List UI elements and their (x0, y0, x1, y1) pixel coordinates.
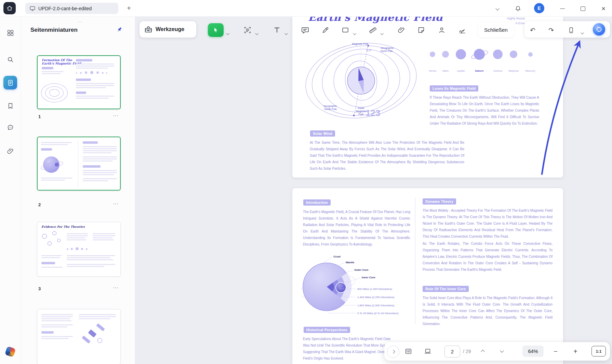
measure-label-4: 5 To 25 Miles (8 To 40 Kilometers) (357, 312, 399, 315)
planet-label-uranus: Uranus (490, 69, 506, 72)
device-button[interactable] (566, 25, 576, 36)
decor-dot (71, 248, 73, 250)
select-tool-dropdown[interactable] (227, 29, 229, 36)
edit-tool-dropdown[interactable] (256, 29, 258, 36)
collapse-toolbar-button[interactable] (493, 4, 502, 13)
bell-icon (515, 5, 521, 12)
select-tool-button[interactable] (208, 23, 224, 37)
search-icon (7, 56, 14, 63)
pen-icon (322, 26, 329, 34)
pin-icon (116, 26, 123, 33)
text-tool-dropdown[interactable] (285, 29, 288, 36)
decor-bar (76, 96, 114, 97)
page-thumbnail-2[interactable] (37, 137, 121, 191)
rectangle-shape-icon (342, 26, 349, 34)
zoom-level-button[interactable]: 64% (522, 346, 544, 357)
chevron-down-icon (255, 31, 258, 34)
decor-bar (83, 172, 117, 173)
ai-assistant-button[interactable] (593, 23, 605, 36)
sidebar-item-bookmarks[interactable] (3, 99, 17, 113)
pdf-page-1: Earth's Magnetic Field Highly Resist h-E… (292, 16, 563, 178)
sticker-tool-button[interactable] (414, 23, 428, 37)
next-page-chevron-button[interactable] (498, 347, 505, 354)
decor-dot (85, 71, 87, 74)
thumb1-title-line2: Earth's Magnetic Field (42, 62, 81, 65)
zoom-in-button[interactable]: + (571, 347, 580, 356)
sidebar-item-search[interactable] (3, 53, 17, 66)
updf-app-window: UPDF-2.0-cant-be-edited + E × (0, 0, 612, 364)
close-window-button[interactable]: × (599, 4, 608, 13)
zoom-out-button[interactable]: − (551, 347, 560, 356)
measure-label-1: 800 Miles (1,300 Kilometers) (357, 288, 392, 291)
maximize-button[interactable] (578, 4, 587, 13)
presentation-mode-button[interactable] (423, 347, 432, 355)
planet-neptune (510, 51, 517, 58)
annotation-number-123[interactable]: 123 (365, 108, 380, 118)
tools-menu-button[interactable]: Werkzeuge (139, 21, 196, 38)
satellite-panel (96, 323, 105, 332)
sidebar-item-comments[interactable] (3, 121, 17, 134)
previous-page-chevron-button[interactable] (479, 348, 486, 355)
label-geo-south-1: Geographic (309, 104, 337, 108)
historical-line-4: Field's Origin Has Evolved. (303, 355, 344, 362)
page-thumbnail-1[interactable]: Formation Of The Earth's Magnetic Field (37, 55, 121, 109)
sidebar-item-thumbnails[interactable] (3, 76, 17, 89)
minimize-button[interactable] (558, 4, 567, 13)
decor-bar (79, 314, 116, 315)
paragraph-dynamo-1: The Most Widely - Accepted Theory For Th… (423, 207, 553, 240)
decor-dot (76, 72, 77, 74)
reading-mode-button[interactable] (404, 347, 412, 355)
actual-size-button[interactable]: 1:1 (591, 346, 606, 356)
measure-tool-dropdown[interactable] (381, 29, 383, 36)
device-dropdown[interactable] (581, 29, 584, 35)
thumbnails-panel: ⋯ Seitenminiaturen Formation Of The Eart… (21, 16, 135, 364)
pen-tool-button[interactable] (319, 23, 332, 37)
attachment-tool-button[interactable] (395, 23, 408, 37)
paragraph-dynamo-2: As The Earth Rotates, The Coriolis Force… (423, 240, 553, 273)
thumb1-menu-button[interactable]: ⋯ (113, 113, 118, 118)
pin-panel-button[interactable] (115, 25, 124, 34)
badge-introduction: Introduction (303, 199, 331, 206)
edit-content-tool-button[interactable] (241, 23, 254, 37)
chevron-down-icon (353, 31, 356, 34)
text-tool-icon (273, 26, 281, 34)
page-number-input[interactable]: 2 (444, 346, 460, 358)
decor-divider (78, 141, 78, 187)
user-avatar[interactable]: E (534, 3, 544, 13)
home-button[interactable] (3, 2, 16, 14)
thumb2-menu-button[interactable]: ⋯ (113, 201, 118, 206)
page-navigation-bar: 2 / 29 64% − + 1:1 (384, 342, 610, 361)
close-document-button[interactable]: Schließen (478, 23, 514, 38)
stamp-profile-tool-button[interactable] (435, 23, 449, 37)
new-tab-button[interactable]: + (124, 4, 133, 13)
thumb3-menu-button[interactable]: ⋯ (113, 285, 118, 290)
decor-bar (67, 233, 88, 234)
comment-tool-button[interactable] (298, 23, 312, 37)
redo-button[interactable]: ↷ (546, 25, 557, 36)
satellite-panel (82, 336, 91, 344)
decor-bar (83, 148, 117, 149)
decor-dot (67, 248, 68, 250)
sidebar-item-overview[interactable] (3, 26, 17, 40)
decor-bar (93, 237, 112, 238)
document-tab[interactable]: UPDF-2.0-cant-be-edited (25, 3, 118, 14)
panel-drag-handle[interactable]: ⋯ (74, 19, 87, 24)
shape-tool-button[interactable] (338, 23, 352, 37)
thumb3-title: Evidence For The Theories (41, 225, 85, 228)
page-thumbnail-3[interactable]: Evidence For The Theories (37, 222, 121, 277)
page-thumbnail-4[interactable] (37, 309, 121, 364)
sidebar-item-attachments[interactable] (3, 144, 17, 158)
page1-title: Earth's Magnetic Field (308, 16, 443, 23)
toolbox-icon (144, 25, 152, 33)
updf-logo-button[interactable] (3, 345, 17, 359)
next-page-button[interactable] (387, 346, 399, 358)
decor-dot (96, 71, 99, 74)
undo-button[interactable]: ↶ (527, 25, 538, 36)
text-tool-button[interactable] (270, 23, 284, 37)
notifications-button[interactable] (514, 4, 522, 13)
shape-tool-dropdown[interactable] (354, 29, 356, 36)
measure-tool-button[interactable] (366, 23, 380, 37)
decor-dot (81, 248, 83, 250)
decor-dot (86, 248, 88, 250)
signature-tool-button[interactable] (455, 23, 469, 37)
